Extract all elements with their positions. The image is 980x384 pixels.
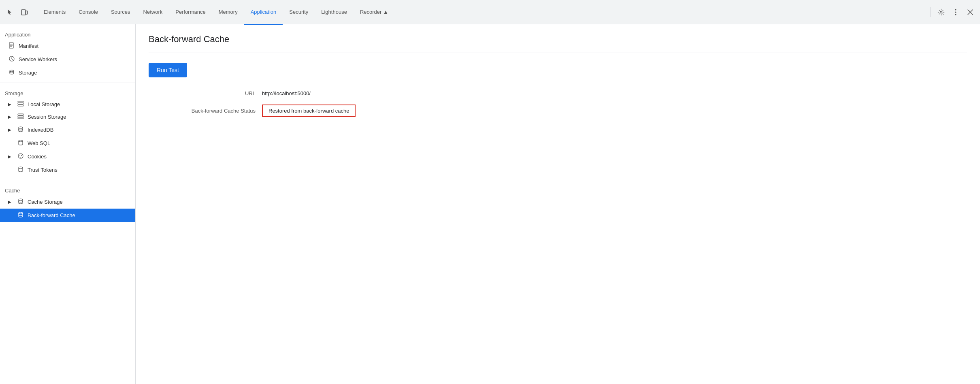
sidebar-item-indexeddb[interactable]: ▶ IndexedDB bbox=[0, 123, 135, 137]
tab-memory[interactable]: Memory bbox=[212, 0, 244, 25]
svg-rect-15 bbox=[18, 116, 23, 117]
sidebar-item-back-forward-cache-label: Back-forward Cache bbox=[28, 212, 75, 218]
svg-point-25 bbox=[19, 212, 23, 214]
divider bbox=[930, 7, 931, 17]
sidebar-divider-2 bbox=[0, 180, 135, 180]
sidebar: Application Manifest Service Workers bbox=[0, 24, 136, 384]
sidebar-item-cookies-label: Cookies bbox=[28, 154, 47, 160]
tab-elements[interactable]: Elements bbox=[37, 0, 72, 25]
service-workers-icon bbox=[8, 55, 15, 63]
sidebar-item-manifest[interactable]: Manifest bbox=[0, 39, 135, 53]
svg-rect-11 bbox=[18, 101, 23, 102]
sidebar-item-storage[interactable]: Storage bbox=[0, 66, 135, 79]
sidebar-item-cookies[interactable]: ▶ Cookies bbox=[0, 150, 135, 163]
sidebar-item-trust-tokens-label: Trust Tokens bbox=[28, 167, 58, 173]
svg-rect-14 bbox=[18, 114, 23, 115]
tab-lighthouse[interactable]: Lighthouse bbox=[315, 0, 354, 25]
sidebar-item-cache-storage-label: Cache Storage bbox=[28, 199, 63, 205]
sidebar-item-websql[interactable]: ▶ Web SQL bbox=[0, 137, 135, 150]
tab-security[interactable]: Security bbox=[283, 0, 315, 25]
tab-performance[interactable]: Performance bbox=[169, 0, 212, 25]
svg-point-22 bbox=[20, 157, 21, 158]
sidebar-item-back-forward-cache[interactable]: ▶ Back-forward Cache bbox=[0, 209, 135, 222]
svg-rect-12 bbox=[18, 103, 23, 105]
chevron-cookies: ▶ bbox=[8, 154, 13, 159]
svg-rect-13 bbox=[18, 105, 23, 106]
sidebar-item-session-storage[interactable]: ▶ Session Storage bbox=[0, 111, 135, 123]
tab-network[interactable]: Network bbox=[137, 0, 169, 25]
manifest-icon bbox=[8, 42, 15, 50]
tab-application[interactable]: Application bbox=[244, 0, 283, 25]
tab-bar: Elements Console Sources Network Perform… bbox=[0, 0, 980, 24]
cookies-icon bbox=[17, 153, 24, 160]
sidebar-item-trust-tokens[interactable]: ▶ Trust Tokens bbox=[0, 163, 135, 177]
device-icon[interactable] bbox=[18, 6, 31, 19]
svg-point-4 bbox=[955, 14, 957, 15]
websql-icon bbox=[17, 139, 24, 147]
tab-bar-right bbox=[928, 6, 977, 19]
tab-recorder[interactable]: Recorder ▲ bbox=[354, 0, 395, 25]
local-storage-icon bbox=[17, 101, 24, 108]
content-divider bbox=[149, 53, 967, 53]
svg-rect-16 bbox=[18, 117, 23, 119]
status-value: Restored from back-forward cache bbox=[262, 105, 356, 117]
svg-point-23 bbox=[19, 167, 23, 169]
content-area: Back-forward Cache Run Test URL http://l… bbox=[136, 24, 980, 384]
sidebar-item-storage-label: Storage bbox=[19, 70, 37, 76]
sidebar-item-service-workers-label: Service Workers bbox=[19, 56, 57, 62]
url-label: URL bbox=[149, 90, 262, 96]
svg-point-24 bbox=[19, 199, 23, 201]
svg-point-21 bbox=[21, 155, 22, 156]
cache-storage-icon bbox=[17, 198, 24, 206]
sidebar-item-local-storage-label: Local Storage bbox=[28, 101, 60, 107]
svg-point-10 bbox=[10, 70, 14, 72]
main-layout: Application Manifest Service Workers bbox=[0, 24, 980, 384]
sidebar-divider-1 bbox=[0, 83, 135, 83]
sidebar-section-storage: Storage bbox=[0, 86, 135, 98]
tab-sources[interactable]: Sources bbox=[104, 0, 137, 25]
svg-point-20 bbox=[19, 155, 20, 156]
url-value: http://localhost:5000/ bbox=[262, 90, 311, 96]
sidebar-item-service-workers[interactable]: Service Workers bbox=[0, 53, 135, 66]
back-forward-cache-icon bbox=[17, 211, 24, 219]
chevron-indexeddb: ▶ bbox=[8, 128, 13, 132]
chevron-cache-storage: ▶ bbox=[8, 200, 13, 204]
chevron-session-storage: ▶ bbox=[8, 115, 13, 119]
svg-point-3 bbox=[955, 11, 957, 13]
more-icon[interactable] bbox=[949, 6, 962, 19]
svg-point-19 bbox=[18, 154, 23, 158]
trust-tokens-icon bbox=[17, 166, 24, 174]
toolbar-icons bbox=[3, 6, 31, 19]
chevron-local-storage: ▶ bbox=[8, 102, 13, 107]
tab-console[interactable]: Console bbox=[72, 0, 104, 25]
session-storage-icon bbox=[17, 113, 24, 120]
sidebar-section-cache: Cache bbox=[0, 183, 135, 195]
svg-point-2 bbox=[955, 9, 957, 10]
sidebar-section-application: Application bbox=[0, 28, 135, 39]
svg-rect-0 bbox=[21, 10, 26, 15]
cursor-icon[interactable] bbox=[3, 6, 16, 19]
svg-rect-1 bbox=[26, 11, 28, 14]
svg-point-17 bbox=[19, 127, 23, 128]
url-row: URL http://localhost:5000/ bbox=[149, 90, 967, 96]
storage-icon bbox=[8, 69, 15, 77]
sidebar-item-websql-label: Web SQL bbox=[28, 140, 50, 146]
sidebar-item-session-storage-label: Session Storage bbox=[28, 114, 66, 120]
page-title: Back-forward Cache bbox=[149, 34, 967, 45]
indexeddb-icon bbox=[17, 126, 24, 134]
close-icon[interactable] bbox=[964, 6, 977, 19]
sidebar-item-indexeddb-label: IndexedDB bbox=[28, 127, 53, 133]
sidebar-item-local-storage[interactable]: ▶ Local Storage bbox=[0, 98, 135, 111]
status-label: Back-forward Cache Status bbox=[149, 108, 262, 114]
run-test-button[interactable]: Run Test bbox=[149, 63, 187, 77]
settings-icon[interactable] bbox=[935, 6, 948, 19]
sidebar-item-manifest-label: Manifest bbox=[19, 43, 38, 49]
svg-point-18 bbox=[19, 140, 23, 142]
sidebar-item-cache-storage[interactable]: ▶ Cache Storage bbox=[0, 195, 135, 209]
status-row: Back-forward Cache Status Restored from … bbox=[149, 105, 967, 117]
